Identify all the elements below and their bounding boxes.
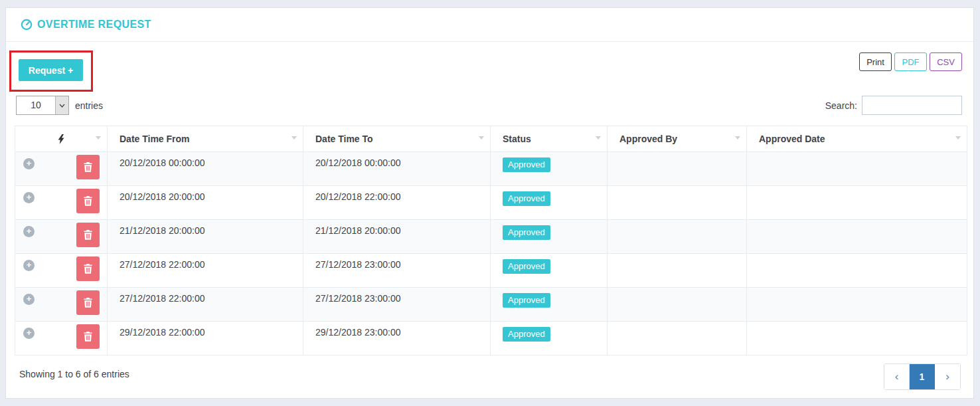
row-actions-cell: + (15, 288, 108, 322)
trash-icon (84, 196, 92, 206)
expand-row-icon[interactable]: + (23, 226, 35, 237)
pagination-page-1-button[interactable]: 1 (910, 364, 935, 389)
column-header-status[interactable]: Status (491, 126, 608, 152)
entries-select[interactable]: 10 (16, 96, 69, 115)
entries-select-value: 10 (17, 96, 55, 114)
delete-button[interactable] (76, 189, 100, 213)
row-actions-cell: + (15, 220, 108, 254)
date-time-from-cell: 27/12/2018 22:00:00 (108, 288, 303, 322)
status-cell: Approved (491, 220, 608, 254)
column-header-date-time-to[interactable]: Date Time To (303, 126, 491, 152)
date-time-from-cell: 27/12/2018 22:00:00 (108, 254, 303, 288)
page-title: OVERTIME REQUEST (37, 19, 151, 31)
print-button[interactable]: Print (859, 52, 892, 71)
expand-row-icon[interactable]: + (23, 192, 35, 203)
trash-icon (84, 332, 92, 342)
table-row: + 21/12/2018 20:00:00 21/12/2018 20:00:0… (15, 220, 967, 254)
sort-up-down-icon (955, 135, 961, 140)
table-info: Showing 1 to 6 of 6 entries (19, 369, 129, 379)
sort-up-down-icon (479, 135, 484, 140)
trash-icon (84, 264, 92, 274)
delete-button[interactable] (76, 155, 100, 179)
approved-by-cell (608, 254, 747, 288)
pdf-button[interactable]: PDF (894, 52, 927, 71)
date-time-from-cell: 21/12/2018 20:00:00 (108, 220, 303, 254)
status-badge: Approved (503, 191, 550, 206)
table-header-row: Date Time From Date Time To Status Appro… (15, 126, 967, 152)
trash-icon (84, 230, 92, 240)
request-button[interactable]: Request + (19, 59, 83, 81)
table-row: + 27/12/2018 22:00:00 27/12/2018 23:00:0… (15, 254, 967, 288)
date-time-from-cell: 29/12/2018 22:00:00 (108, 322, 303, 355)
approved-by-cell (608, 322, 747, 355)
trash-icon (84, 162, 92, 172)
gauge-icon (21, 19, 33, 31)
sort-up-down-icon (96, 135, 101, 140)
approved-by-cell (608, 152, 747, 186)
row-actions-cell: + (15, 322, 108, 355)
status-cell: Approved (491, 152, 608, 186)
csv-button[interactable]: CSV (930, 52, 962, 71)
date-time-to-cell: 20/12/2018 22:00:00 (303, 186, 491, 220)
date-time-from-cell: 20/12/2018 20:00:00 (108, 186, 303, 220)
row-actions-cell: + (15, 152, 108, 186)
status-cell: Approved (491, 322, 608, 355)
date-time-to-cell: 20/12/2018 00:00:00 (303, 152, 491, 186)
lightning-bolt-icon (58, 134, 64, 144)
approved-date-cell (747, 254, 967, 288)
table-row: + 20/12/2018 00:00:00 20/12/2018 00:00:0… (15, 152, 967, 186)
expand-row-icon[interactable]: + (23, 328, 35, 339)
table-row: + 29/12/2018 22:00:00 29/12/2018 23:00:0… (15, 322, 967, 355)
date-time-to-cell: 27/12/2018 23:00:00 (303, 254, 491, 288)
approved-by-cell (608, 186, 747, 220)
delete-button[interactable] (76, 324, 100, 349)
row-actions-cell: + (15, 254, 108, 288)
search-input[interactable] (862, 96, 962, 115)
delete-button[interactable] (76, 290, 100, 315)
approved-by-cell (608, 220, 747, 254)
table-body: + 20/12/2018 00:00:00 20/12/2018 00:00:0… (15, 152, 967, 355)
overtime-request-table: Date Time From Date Time To Status Appro… (15, 126, 967, 355)
status-badge: Approved (503, 327, 550, 342)
column-header-date-time-from[interactable]: Date Time From (108, 126, 303, 152)
table-row: + 27/12/2018 22:00:00 27/12/2018 23:00:0… (15, 288, 967, 322)
pagination-prev-button[interactable]: ‹ (884, 364, 910, 389)
search-control: Search: (825, 96, 962, 115)
status-cell: Approved (491, 254, 608, 288)
approved-date-cell (747, 152, 967, 186)
status-cell: Approved (491, 186, 608, 220)
column-header-approved-date[interactable]: Approved Date (747, 126, 967, 152)
sort-up-down-icon (735, 135, 740, 140)
pagination-next-button[interactable]: › (935, 364, 960, 389)
approved-date-cell (747, 322, 967, 355)
entries-label: entries (75, 100, 103, 111)
status-cell: Approved (491, 288, 608, 322)
date-time-to-cell: 21/12/2018 20:00:00 (303, 220, 491, 254)
approved-date-cell (747, 288, 967, 322)
overtime-request-panel: OVERTIME REQUEST Request + Print PDF CSV… (5, 7, 974, 399)
status-badge: Approved (503, 225, 550, 240)
page-length-control: 10 entries (16, 96, 103, 115)
approved-date-cell (747, 186, 967, 220)
status-badge: Approved (503, 157, 550, 172)
delete-button[interactable] (76, 256, 100, 281)
panel-title-bar: OVERTIME REQUEST (6, 8, 973, 42)
sort-up-down-icon (291, 135, 297, 140)
sort-up-down-icon (596, 135, 601, 140)
row-actions-cell: + (15, 186, 108, 220)
delete-button[interactable] (76, 223, 100, 247)
export-button-group: Print PDF CSV (859, 52, 962, 71)
trash-icon (84, 298, 92, 308)
table-row: + 20/12/2018 20:00:00 20/12/2018 22:00:0… (15, 186, 967, 220)
approved-by-cell (608, 288, 747, 322)
expand-row-icon[interactable]: + (23, 294, 35, 305)
approved-date-cell (747, 220, 967, 254)
column-header-approved-by[interactable]: Approved By (608, 126, 747, 152)
column-header-actions[interactable] (15, 126, 108, 152)
status-badge: Approved (503, 259, 550, 274)
pagination: ‹ 1 › (884, 363, 961, 390)
date-time-to-cell: 29/12/2018 23:00:00 (303, 322, 491, 355)
expand-row-icon[interactable]: + (23, 260, 35, 271)
date-time-from-cell: 20/12/2018 00:00:00 (108, 152, 303, 186)
expand-row-icon[interactable]: + (23, 158, 35, 169)
